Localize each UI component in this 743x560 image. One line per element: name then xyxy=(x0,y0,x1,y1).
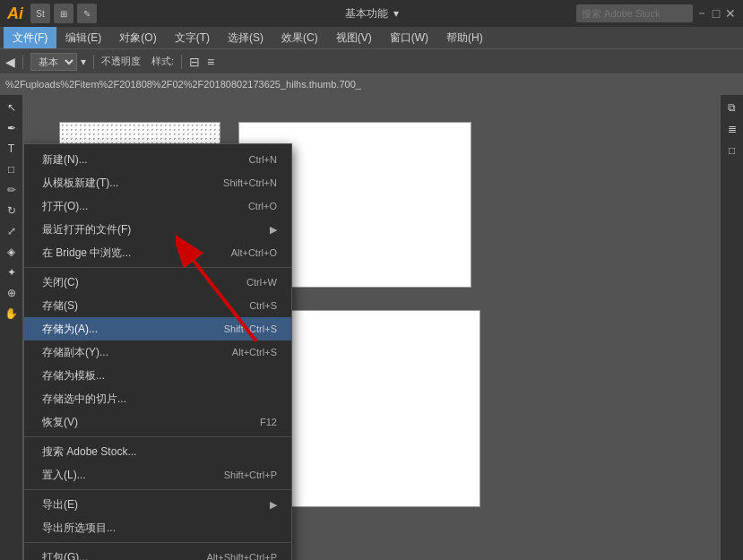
file-menu-item-save_as[interactable]: 存储为(A)...Shift+Ctrl+S xyxy=(24,317,291,340)
file-menu-item-save_slices[interactable]: 存储选中的切片... xyxy=(24,387,291,410)
file-menu-item-revert[interactable]: 恢复(V)F12 xyxy=(24,410,291,434)
style-label: 样式: xyxy=(151,55,174,68)
menu-item-label: 恢复(V) xyxy=(42,415,78,430)
shape-tool[interactable]: □ xyxy=(3,160,21,178)
file-menu-item-package[interactable]: 打包(G)...Alt+Shift+Ctrl+P xyxy=(24,546,291,560)
menu-item-label: 导出(E) xyxy=(42,497,78,513)
left-toolbar: ↖ ✒ T □ ✏ ↻ ⤢ ◈ ✦ ⊕ ✋ xyxy=(0,95,23,560)
right-panel: ⧉ ≣ □ xyxy=(720,95,743,560)
menu-item-label: 存储为模板... xyxy=(42,368,105,383)
url-text: %2Fuploads%2Fitem%2F201808%2F02%2F201808… xyxy=(5,79,361,90)
menu-item-help[interactable]: 帮助(H) xyxy=(437,27,492,48)
file-menu-item-browse_bridge[interactable]: 在 Bridge 中浏览...Alt+Ctrl+O xyxy=(24,241,291,264)
zoom-tool[interactable]: ⊕ xyxy=(3,284,21,302)
menu-item-label: 存储为(A)... xyxy=(42,322,98,337)
menu-item-window[interactable]: 窗口(W) xyxy=(381,27,437,48)
menu-item-label: 存储选中的切片... xyxy=(42,392,126,407)
workspace-label: 基本功能 xyxy=(345,6,388,22)
type-tool[interactable]: T xyxy=(3,140,21,158)
menu-item-label: 存储(S) xyxy=(42,298,78,314)
pen-icon: ✎ xyxy=(77,4,97,23)
url-bar: %2Fuploads%2Fitem%2F201808%2F02%2F201808… xyxy=(0,73,743,95)
menu-item-label: 关闭(C) xyxy=(42,275,79,290)
dropdown-overlay[interactable]: 新建(N)...Ctrl+N从模板新建(T)...Shift+Ctrl+N打开(… xyxy=(23,95,720,560)
pen-tool[interactable]: ✒ xyxy=(3,119,21,137)
file-menu: 新建(N)...Ctrl+N从模板新建(T)...Shift+Ctrl+N打开(… xyxy=(23,143,292,560)
menu-item-label: 打开(O)... xyxy=(42,199,88,214)
canvas-area: 新建(N)...Ctrl+N从模板新建(T)...Shift+Ctrl+N打开(… xyxy=(23,95,720,560)
menu-item-arrow: ▶ xyxy=(270,224,277,236)
file-menu-item-recent[interactable]: 最近打开的文件(F)▶ xyxy=(24,218,291,241)
toolbar-arrow2: ▾ xyxy=(81,56,86,68)
file-menu-item-new[interactable]: 新建(N)...Ctrl+N xyxy=(24,148,291,171)
menu-bar: 文件(F)编辑(E)对象(O)文字(T)选择(S)效果(C)视图(V)窗口(W)… xyxy=(0,27,743,48)
file-menu-item-export[interactable]: 导出(E)▶ xyxy=(24,493,291,516)
menu-item-effect[interactable]: 效果(C) xyxy=(272,27,327,48)
file-menu-item-save[interactable]: 存储(S)Ctrl+S xyxy=(24,294,291,317)
menu-item-text[interactable]: 文字(T) xyxy=(166,27,219,48)
menu-item-label: 最近打开的文件(F) xyxy=(42,222,131,237)
toolbar-arrow: ◀ xyxy=(5,55,15,69)
basic-select[interactable]: 基本 xyxy=(30,53,77,71)
menu-separator xyxy=(24,436,291,437)
layers-panel-icon[interactable]: ⧉ xyxy=(723,99,741,116)
menu-item-shortcut: Shift+Ctrl+P xyxy=(224,470,277,480)
grid-icon: ⊞ xyxy=(54,4,73,23)
menu-item-object[interactable]: 对象(O) xyxy=(110,27,165,48)
menu-item-label: 置入(L)... xyxy=(42,468,86,483)
menu-item-edit[interactable]: 编辑(E) xyxy=(56,27,110,48)
menu-item-shortcut: Ctrl+N xyxy=(249,154,277,165)
align-icon[interactable]: ⊟ xyxy=(189,55,200,69)
st-icon: St xyxy=(30,4,50,23)
select-tool[interactable]: ↖ xyxy=(3,99,21,116)
menu-item-select[interactable]: 选择(S) xyxy=(219,27,272,48)
file-menu-item-place[interactable]: 置入(L)...Shift+Ctrl+P xyxy=(24,463,291,487)
minimize-button[interactable]: － xyxy=(696,8,707,19)
title-right: － □ ✕ xyxy=(576,4,736,22)
menu-item-label: 新建(N)... xyxy=(42,152,88,168)
properties-panel-icon[interactable]: ≣ xyxy=(723,120,741,138)
libraries-panel-icon[interactable]: □ xyxy=(723,142,741,159)
eyedropper-tool[interactable]: ✦ xyxy=(3,263,21,281)
menu-item-shortcut: Ctrl+S xyxy=(249,300,277,311)
menu-item-shortcut: Alt+Ctrl+O xyxy=(231,247,277,258)
menu-item-file[interactable]: 文件(F) xyxy=(4,27,56,48)
stock-search-input[interactable] xyxy=(576,4,693,22)
main-area: ↖ ✒ T □ ✏ ↻ ⤢ ◈ ✦ ⊕ ✋ 新建(N)...Ctrl+N从模板新… xyxy=(0,95,743,560)
menu-item-label: 在 Bridge 中浏览... xyxy=(42,246,131,261)
toolbar: ◀ 基本 ▾ 不透明度 样式: ⊟ ≡ xyxy=(0,48,743,73)
menu-item-label: 存储副本(Y)... xyxy=(42,345,108,360)
menu-item-shortcut: Shift+Ctrl+N xyxy=(223,177,277,188)
file-menu-item-search_stock[interactable]: 搜索 Adobe Stock... xyxy=(24,440,291,463)
menu-item-label: 从模板新建(T)... xyxy=(42,176,118,191)
more-icon[interactable]: ≡ xyxy=(207,55,214,69)
menu-item-shortcut: Ctrl+W xyxy=(246,277,277,288)
file-menu-item-open[interactable]: 打开(O)...Ctrl+O xyxy=(24,194,291,218)
file-menu-item-from_template[interactable]: 从模板新建(T)...Shift+Ctrl+N xyxy=(24,171,291,194)
fill-tool[interactable]: ◈ xyxy=(3,243,21,261)
title-center: 基本功能 ▾ xyxy=(345,6,399,22)
maximize-button[interactable]: □ xyxy=(711,8,721,19)
menu-item-shortcut: Shift+Ctrl+S xyxy=(224,323,277,334)
menu-item-shortcut: Ctrl+O xyxy=(248,201,277,211)
menu-item-label: 导出所选项目... xyxy=(42,521,116,536)
close-button[interactable]: ✕ xyxy=(725,8,736,19)
toolbar-divider2 xyxy=(93,55,94,69)
rotate-tool[interactable]: ↻ xyxy=(3,202,21,220)
file-menu-item-export_selected[interactable]: 导出所选项目... xyxy=(24,516,291,539)
menu-separator xyxy=(24,267,291,268)
ai-logo: Ai xyxy=(7,4,23,23)
file-menu-item-save_template[interactable]: 存储为模板... xyxy=(24,364,291,387)
menu-item-arrow: ▶ xyxy=(270,499,277,511)
hand-tool[interactable]: ✋ xyxy=(3,305,21,323)
menu-item-shortcut: Alt+Shift+Ctrl+P xyxy=(206,552,277,560)
menu-separator xyxy=(24,542,291,543)
menu-item-view[interactable]: 视图(V) xyxy=(327,27,381,48)
toolbar-divider xyxy=(22,55,23,69)
workspace-dropdown-icon[interactable]: ▾ xyxy=(393,7,399,20)
file-menu-item-close[interactable]: 关闭(C)Ctrl+W xyxy=(24,271,291,294)
menu-separator xyxy=(24,489,291,490)
file-menu-item-save_copy[interactable]: 存储副本(Y)...Alt+Ctrl+S xyxy=(24,340,291,364)
brush-tool[interactable]: ✏ xyxy=(3,181,21,199)
scale-tool[interactable]: ⤢ xyxy=(3,222,21,240)
